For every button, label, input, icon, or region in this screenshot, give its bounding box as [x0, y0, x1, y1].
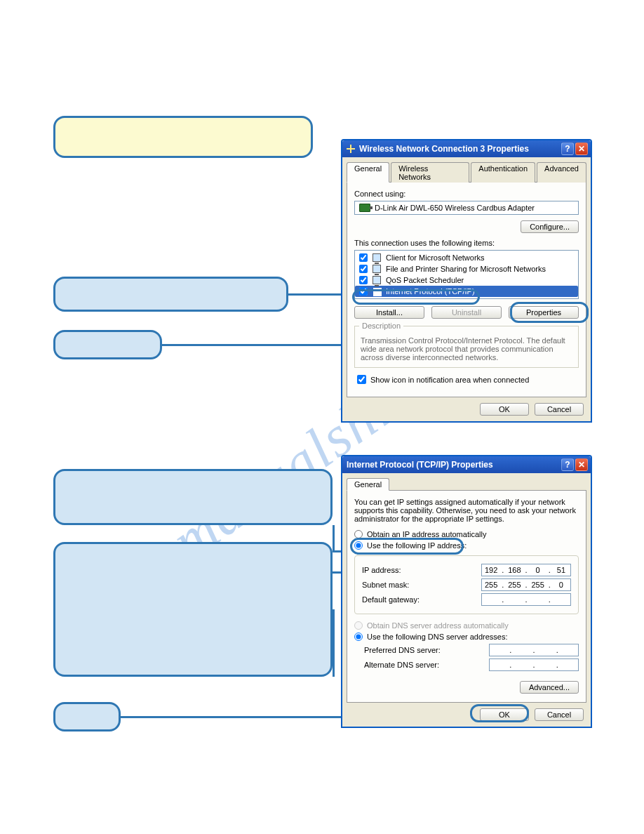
callout-4 — [53, 469, 333, 525]
tab-authentication[interactable]: Authentication — [471, 162, 535, 183]
uninstall-button: Uninstall — [431, 306, 502, 319]
ip-address-row: IP address: 192. 168. 0. 51 — [362, 564, 571, 576]
advanced-button[interactable]: Advanced... — [520, 681, 579, 694]
connect-using-label: Connect using: — [354, 190, 579, 198]
radio-dns-manual[interactable]: Use the following DNS server addresses: — [354, 633, 579, 641]
properties-button[interactable]: Properties — [509, 306, 579, 319]
dialog-button-row: OK Cancel — [342, 703, 591, 727]
radio-input[interactable] — [354, 530, 363, 538]
adapter-field[interactable]: D-Link Air DWL-650 Wireless Cardbus Adap… — [354, 201, 579, 215]
radio-ip-auto[interactable]: Obtain an IP address automatically — [354, 530, 579, 538]
tab-panel-general: You can get IP settings assigned automat… — [347, 490, 586, 703]
tab-panel-general: Connect using: D-Link Air DWL-650 Wirele… — [347, 182, 586, 397]
tabstrip: General Wireless Networks Authentication… — [342, 157, 591, 182]
subnet-label: Subnet mask: — [362, 581, 481, 589]
item-label: QoS Packet Scheduler — [386, 276, 464, 284]
window-title: Internet Protocol (TCP/IP) Properties — [347, 460, 560, 470]
cancel-button[interactable]: Cancel — [535, 708, 584, 721]
dns-alt-row: Alternate DNS server: . . . — [364, 658, 579, 671]
tab-advanced[interactable]: Advanced — [537, 162, 586, 183]
callout-3 — [53, 330, 162, 359]
ip-address-input[interactable]: 192. 168. 0. 51 — [481, 564, 571, 576]
radio-label: Obtain DNS server address automatically — [367, 621, 509, 630]
install-button[interactable]: Install... — [354, 306, 424, 319]
tab-wireless-networks[interactable]: Wireless Networks — [391, 162, 469, 183]
dns-pref-input[interactable]: . . . — [489, 644, 579, 656]
radio-input[interactable] — [354, 541, 363, 550]
connector-3 — [162, 344, 358, 346]
callout-6 — [53, 702, 121, 732]
help-button[interactable]: ? — [561, 143, 574, 155]
tcpip-icon — [372, 286, 382, 296]
list-item-tcpip[interactable]: Internet Protocol (TCP/IP) — [355, 286, 578, 297]
radio-dns-auto: Obtain DNS server address automatically — [354, 621, 579, 630]
help-button[interactable]: ? — [561, 458, 574, 471]
radio-label: Use the following IP address: — [367, 541, 467, 550]
item-checkbox[interactable] — [359, 253, 368, 262]
dns-pref-label: Preferred DNS server: — [364, 646, 489, 654]
item-label: Internet Protocol (TCP/IP) — [386, 287, 475, 296]
ok-button[interactable]: OK — [480, 708, 529, 721]
subnet-input[interactable]: 255. 255. 255. 0 — [481, 578, 571, 591]
connector-5 — [333, 609, 335, 677]
client-icon — [372, 253, 382, 263]
description-group: Description Transmission Control Protoco… — [354, 326, 579, 368]
connector-4 — [333, 525, 335, 552]
window-icon — [347, 145, 355, 153]
radio-label: Obtain an IP address automatically — [367, 530, 486, 538]
radio-label: Use the following DNS server addresses: — [367, 633, 508, 641]
tab-general[interactable]: General — [347, 162, 389, 183]
intro-text: You can get IP settings assigned automat… — [354, 498, 579, 523]
dialog-connection-properties: Wireless Network Connection 3 Properties… — [341, 139, 592, 423]
dialog-button-row: OK Cancel — [342, 397, 591, 421]
configure-button[interactable]: Configure... — [521, 220, 579, 233]
radio-input[interactable] — [354, 633, 363, 641]
gateway-label: Default gateway: — [362, 595, 481, 604]
window-title: Wireless Network Connection 3 Properties — [359, 144, 560, 154]
description-text: Transmission Control Protocol/Internet P… — [361, 336, 565, 362]
ip-fields-group: IP address: 192. 168. 0. 51 Subnet mask:… — [354, 555, 579, 614]
titlebar[interactable]: Wireless Network Connection 3 Properties… — [342, 140, 591, 157]
dns-pref-row: Preferred DNS server: . . . — [364, 644, 579, 656]
item-label: File and Printer Sharing for Microsoft N… — [386, 265, 546, 273]
cancel-button[interactable]: Cancel — [535, 403, 584, 416]
radio-input — [354, 621, 363, 630]
item-checkbox[interactable] — [359, 276, 368, 284]
dns-alt-label: Alternate DNS server: — [364, 661, 489, 669]
close-button[interactable]: ✕ — [575, 143, 588, 155]
show-icon-checkline[interactable]: Show icon in notification area when conn… — [357, 375, 576, 384]
show-icon-checkbox[interactable] — [357, 375, 366, 384]
tab-general[interactable]: General — [347, 478, 389, 491]
dns-alt-input[interactable]: . . . — [489, 658, 579, 671]
dialog-tcpip-properties: Internet Protocol (TCP/IP) Properties ? … — [341, 455, 592, 728]
ip-address-label: IP address: — [362, 566, 481, 574]
ok-button[interactable]: OK — [480, 403, 529, 416]
sharing-icon — [372, 264, 382, 274]
qos-icon — [372, 275, 382, 285]
description-legend: Description — [359, 322, 403, 330]
callout-5 — [53, 542, 333, 677]
radio-ip-manual[interactable]: Use the following IP address: — [354, 541, 579, 550]
gateway-input[interactable]: . . . — [481, 593, 571, 606]
item-label: Client for Microsoft Networks — [386, 253, 485, 262]
callout-1 — [53, 116, 313, 158]
tabstrip: General — [342, 473, 591, 490]
items-listbox[interactable]: Client for Microsoft Networks File and P… — [354, 250, 579, 299]
titlebar[interactable]: Internet Protocol (TCP/IP) Properties ? … — [342, 456, 591, 473]
adapter-name: D-Link Air DWL-650 Wireless Cardbus Adap… — [375, 204, 535, 212]
show-icon-label: Show icon in notification area when conn… — [370, 376, 529, 384]
nic-icon — [359, 204, 370, 212]
subnet-row: Subnet mask: 255. 255. 255. 0 — [362, 578, 571, 591]
close-button[interactable]: ✕ — [575, 458, 588, 471]
list-item[interactable]: QoS Packet Scheduler — [355, 274, 578, 286]
item-checkbox[interactable] — [359, 265, 368, 273]
item-checkbox[interactable] — [359, 287, 368, 296]
gateway-row: Default gateway: . . . — [362, 593, 571, 606]
list-item[interactable]: File and Printer Sharing for Microsoft N… — [355, 263, 578, 274]
items-label: This connection uses the following items… — [354, 239, 579, 247]
list-item[interactable]: Client for Microsoft Networks — [355, 252, 578, 263]
callout-2 — [53, 277, 288, 312]
